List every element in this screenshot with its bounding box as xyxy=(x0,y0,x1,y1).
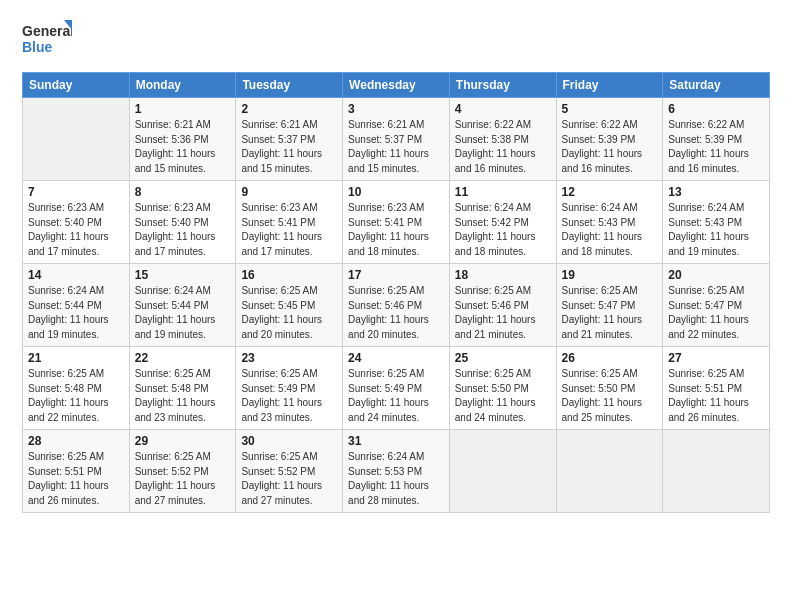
day-number: 30 xyxy=(241,434,337,448)
day-number: 24 xyxy=(348,351,444,365)
day-cell xyxy=(449,430,556,513)
day-info: Sunrise: 6:24 AM Sunset: 5:43 PM Dayligh… xyxy=(562,201,658,259)
day-number: 27 xyxy=(668,351,764,365)
day-info: Sunrise: 6:23 AM Sunset: 5:40 PM Dayligh… xyxy=(135,201,231,259)
day-cell: 2Sunrise: 6:21 AM Sunset: 5:37 PM Daylig… xyxy=(236,98,343,181)
day-number: 25 xyxy=(455,351,551,365)
page: General Blue SundayMondayTuesdayWednesda… xyxy=(0,0,792,525)
day-number: 5 xyxy=(562,102,658,116)
day-cell: 6Sunrise: 6:22 AM Sunset: 5:39 PM Daylig… xyxy=(663,98,770,181)
day-info: Sunrise: 6:23 AM Sunset: 5:41 PM Dayligh… xyxy=(348,201,444,259)
day-number: 26 xyxy=(562,351,658,365)
day-cell: 8Sunrise: 6:23 AM Sunset: 5:40 PM Daylig… xyxy=(129,181,236,264)
day-info: Sunrise: 6:25 AM Sunset: 5:49 PM Dayligh… xyxy=(241,367,337,425)
day-number: 1 xyxy=(135,102,231,116)
week-row-5: 28Sunrise: 6:25 AM Sunset: 5:51 PM Dayli… xyxy=(23,430,770,513)
week-row-1: 1Sunrise: 6:21 AM Sunset: 5:36 PM Daylig… xyxy=(23,98,770,181)
day-info: Sunrise: 6:25 AM Sunset: 5:49 PM Dayligh… xyxy=(348,367,444,425)
day-info: Sunrise: 6:25 AM Sunset: 5:50 PM Dayligh… xyxy=(455,367,551,425)
day-info: Sunrise: 6:25 AM Sunset: 5:47 PM Dayligh… xyxy=(668,284,764,342)
day-number: 18 xyxy=(455,268,551,282)
day-number: 29 xyxy=(135,434,231,448)
day-number: 7 xyxy=(28,185,124,199)
day-cell: 11Sunrise: 6:24 AM Sunset: 5:42 PM Dayli… xyxy=(449,181,556,264)
day-cell: 25Sunrise: 6:25 AM Sunset: 5:50 PM Dayli… xyxy=(449,347,556,430)
day-info: Sunrise: 6:25 AM Sunset: 5:52 PM Dayligh… xyxy=(135,450,231,508)
day-cell: 13Sunrise: 6:24 AM Sunset: 5:43 PM Dayli… xyxy=(663,181,770,264)
col-header-friday: Friday xyxy=(556,73,663,98)
day-info: Sunrise: 6:25 AM Sunset: 5:46 PM Dayligh… xyxy=(348,284,444,342)
day-number: 22 xyxy=(135,351,231,365)
day-number: 9 xyxy=(241,185,337,199)
day-number: 16 xyxy=(241,268,337,282)
svg-text:General: General xyxy=(22,23,72,39)
day-info: Sunrise: 6:24 AM Sunset: 5:44 PM Dayligh… xyxy=(28,284,124,342)
col-header-thursday: Thursday xyxy=(449,73,556,98)
col-header-sunday: Sunday xyxy=(23,73,130,98)
day-cell: 29Sunrise: 6:25 AM Sunset: 5:52 PM Dayli… xyxy=(129,430,236,513)
week-row-3: 14Sunrise: 6:24 AM Sunset: 5:44 PM Dayli… xyxy=(23,264,770,347)
day-cell: 3Sunrise: 6:21 AM Sunset: 5:37 PM Daylig… xyxy=(343,98,450,181)
day-info: Sunrise: 6:25 AM Sunset: 5:51 PM Dayligh… xyxy=(28,450,124,508)
day-number: 23 xyxy=(241,351,337,365)
day-number: 8 xyxy=(135,185,231,199)
day-info: Sunrise: 6:22 AM Sunset: 5:39 PM Dayligh… xyxy=(562,118,658,176)
col-header-monday: Monday xyxy=(129,73,236,98)
day-info: Sunrise: 6:25 AM Sunset: 5:51 PM Dayligh… xyxy=(668,367,764,425)
header: General Blue xyxy=(22,18,770,62)
week-row-4: 21Sunrise: 6:25 AM Sunset: 5:48 PM Dayli… xyxy=(23,347,770,430)
day-cell: 30Sunrise: 6:25 AM Sunset: 5:52 PM Dayli… xyxy=(236,430,343,513)
day-number: 3 xyxy=(348,102,444,116)
day-cell: 14Sunrise: 6:24 AM Sunset: 5:44 PM Dayli… xyxy=(23,264,130,347)
day-info: Sunrise: 6:24 AM Sunset: 5:43 PM Dayligh… xyxy=(668,201,764,259)
day-number: 20 xyxy=(668,268,764,282)
day-cell: 23Sunrise: 6:25 AM Sunset: 5:49 PM Dayli… xyxy=(236,347,343,430)
day-cell: 18Sunrise: 6:25 AM Sunset: 5:46 PM Dayli… xyxy=(449,264,556,347)
day-cell: 7Sunrise: 6:23 AM Sunset: 5:40 PM Daylig… xyxy=(23,181,130,264)
day-number: 4 xyxy=(455,102,551,116)
day-cell: 21Sunrise: 6:25 AM Sunset: 5:48 PM Dayli… xyxy=(23,347,130,430)
day-cell: 19Sunrise: 6:25 AM Sunset: 5:47 PM Dayli… xyxy=(556,264,663,347)
svg-text:Blue: Blue xyxy=(22,39,53,55)
day-cell: 16Sunrise: 6:25 AM Sunset: 5:45 PM Dayli… xyxy=(236,264,343,347)
day-info: Sunrise: 6:22 AM Sunset: 5:39 PM Dayligh… xyxy=(668,118,764,176)
day-number: 15 xyxy=(135,268,231,282)
day-cell: 27Sunrise: 6:25 AM Sunset: 5:51 PM Dayli… xyxy=(663,347,770,430)
day-number: 12 xyxy=(562,185,658,199)
day-number: 19 xyxy=(562,268,658,282)
day-number: 28 xyxy=(28,434,124,448)
day-number: 14 xyxy=(28,268,124,282)
day-cell: 10Sunrise: 6:23 AM Sunset: 5:41 PM Dayli… xyxy=(343,181,450,264)
day-number: 11 xyxy=(455,185,551,199)
day-info: Sunrise: 6:23 AM Sunset: 5:41 PM Dayligh… xyxy=(241,201,337,259)
logo-svg: General Blue xyxy=(22,18,72,62)
day-info: Sunrise: 6:25 AM Sunset: 5:50 PM Dayligh… xyxy=(562,367,658,425)
day-number: 13 xyxy=(668,185,764,199)
day-cell: 12Sunrise: 6:24 AM Sunset: 5:43 PM Dayli… xyxy=(556,181,663,264)
day-info: Sunrise: 6:25 AM Sunset: 5:45 PM Dayligh… xyxy=(241,284,337,342)
day-number: 21 xyxy=(28,351,124,365)
day-info: Sunrise: 6:25 AM Sunset: 5:52 PM Dayligh… xyxy=(241,450,337,508)
col-header-saturday: Saturday xyxy=(663,73,770,98)
day-number: 17 xyxy=(348,268,444,282)
day-cell: 5Sunrise: 6:22 AM Sunset: 5:39 PM Daylig… xyxy=(556,98,663,181)
day-info: Sunrise: 6:25 AM Sunset: 5:46 PM Dayligh… xyxy=(455,284,551,342)
calendar-table: SundayMondayTuesdayWednesdayThursdayFrid… xyxy=(22,72,770,513)
day-cell: 26Sunrise: 6:25 AM Sunset: 5:50 PM Dayli… xyxy=(556,347,663,430)
day-info: Sunrise: 6:24 AM Sunset: 5:53 PM Dayligh… xyxy=(348,450,444,508)
logo: General Blue xyxy=(22,18,72,62)
day-info: Sunrise: 6:24 AM Sunset: 5:42 PM Dayligh… xyxy=(455,201,551,259)
day-number: 2 xyxy=(241,102,337,116)
day-cell: 9Sunrise: 6:23 AM Sunset: 5:41 PM Daylig… xyxy=(236,181,343,264)
day-number: 31 xyxy=(348,434,444,448)
day-cell: 17Sunrise: 6:25 AM Sunset: 5:46 PM Dayli… xyxy=(343,264,450,347)
day-cell xyxy=(23,98,130,181)
day-info: Sunrise: 6:21 AM Sunset: 5:37 PM Dayligh… xyxy=(241,118,337,176)
day-cell xyxy=(556,430,663,513)
day-cell: 31Sunrise: 6:24 AM Sunset: 5:53 PM Dayli… xyxy=(343,430,450,513)
day-info: Sunrise: 6:25 AM Sunset: 5:47 PM Dayligh… xyxy=(562,284,658,342)
day-info: Sunrise: 6:25 AM Sunset: 5:48 PM Dayligh… xyxy=(28,367,124,425)
day-cell: 24Sunrise: 6:25 AM Sunset: 5:49 PM Dayli… xyxy=(343,347,450,430)
day-cell xyxy=(663,430,770,513)
day-info: Sunrise: 6:21 AM Sunset: 5:37 PM Dayligh… xyxy=(348,118,444,176)
